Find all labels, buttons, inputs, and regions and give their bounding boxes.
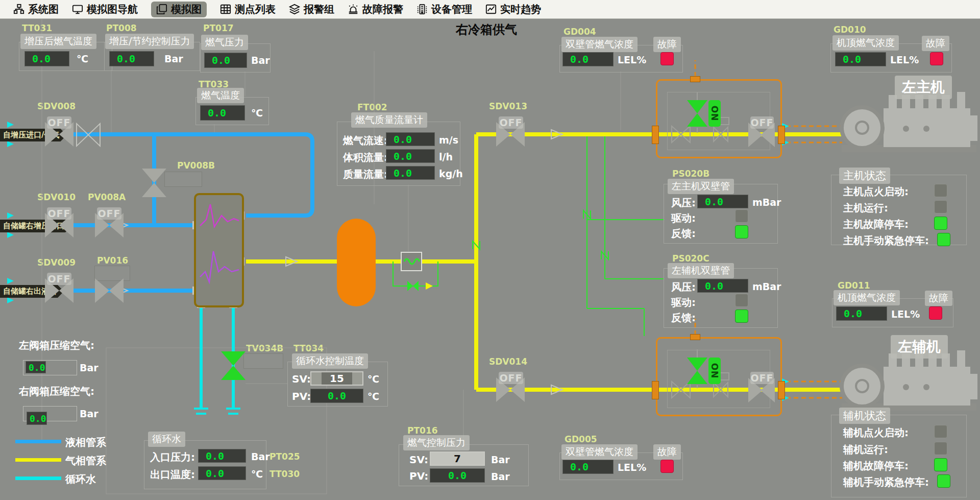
hmi-screen: 系统图 模拟图导航 模拟图 测点列表 报警组 故障报警 设备管理 实时趋势 [0,0,980,500]
legend-label: 气相管系 [65,454,106,468]
menu-item-alarm-group[interactable]: 报警组 [289,3,334,16]
status-row-indicator [937,474,950,488]
gd004-label: 双壁管燃气浓度 [561,37,638,52]
layers-icon [289,4,300,15]
status-row-indicator [937,233,950,246]
cw-row-unit: ℃ [251,468,263,480]
aux-unit-right-connector [778,381,785,399]
device-icon [416,4,428,15]
tt034-title: 循环水控制温度 [292,353,368,369]
gd010-unit: LEL% [890,54,919,65]
menu-item-point-list[interactable]: 测点列表 [220,3,276,16]
aux-engine-label: 左辅机 [891,335,948,359]
pt016-pv-value: 0.0 [430,468,485,483]
ps020b-title: 左主机双壁管 [668,179,734,194]
pv008b-valve[interactable] [142,169,166,197]
legend-swatch-gas [15,458,61,462]
sitemap-icon [13,4,24,15]
aux-unit-on-valve[interactable] [687,358,707,384]
pt017-label: 燃气压力 [201,35,248,50]
menu-item-system-diagram[interactable]: 系统图 [13,3,59,16]
aux-unit-top-connector [690,334,700,340]
main-unit-left-connector [652,126,659,144]
main-unit-off-state: OFF [750,116,774,129]
tv034b-indicator-box [243,353,283,369]
cw-row-label: 入口压力: [150,450,195,464]
menu-item-device-mgmt[interactable]: 设备管理 [416,3,472,16]
status-row-label: 主机运行: [843,201,888,215]
tt034-pv-unit: ℃ [368,391,379,402]
tt031-unit: ℃ [77,53,88,64]
main-engine-label: 左主机 [895,76,952,99]
aux-status-title: 辅机状态 [839,408,890,424]
tt033-value: 0.0 [200,105,245,121]
ft002-title: 燃气质量流量计 [351,112,427,128]
main-unit-on-valve[interactable] [687,100,707,127]
main-status-title: 主机状态 [839,168,890,184]
status-row-indicator [934,425,947,438]
status-row-indicator [934,184,947,197]
legend-label: 液相管系 [65,436,106,449]
status-row-label: 主机点火启动: [843,185,909,199]
ft002-row-value: 0.0 [386,132,435,146]
ps020b-feedback-label: 反馈: [671,227,696,241]
page-title: 右冷箱供气 [456,21,517,38]
sdv008-state: OFF [47,116,71,129]
ps020c-feedback-indicator [735,309,748,323]
trend-icon [485,4,497,15]
menu-item-fault-alarm[interactable]: 故障报警 [348,3,403,16]
menu-item-label: 设备管理 [431,3,472,16]
legend-swatch-liquid [15,440,61,443]
menu-item-label: 测点列表 [235,3,276,16]
tt031-value: 0.0 [24,51,69,66]
gd011-value: 0.0 [836,306,887,321]
status-row-label: 辅机故障停车: [843,459,909,473]
status-row-label: 辅机点火启动: [843,426,909,440]
cw-row-unit: Bar [251,451,270,462]
tv034b-valve[interactable] [221,351,246,380]
windows-icon [156,4,167,15]
ft002-row-label: 燃气流速: [343,134,388,148]
main-unit-right-connector [778,126,785,144]
pt017-unit: Bar [251,55,270,66]
cw-row-value: 0.0 [198,449,246,463]
air-left-label: 左阀箱压缩空气: [19,339,94,352]
ft002-row-unit: kg/h [439,168,463,179]
sdv013-state: OFF [499,116,523,129]
ps020c-title: 左辅机双壁管 [668,263,734,278]
pv016-valve[interactable] [95,278,124,303]
ft002-row-value: 0.0 [386,149,435,163]
sdv014-state: OFF [499,372,523,384]
menu-item-mimic-nav[interactable]: 模拟图导航 [72,3,138,16]
aux-unit-on-state: ON [708,358,721,384]
pv008b-indicator-box [164,172,202,187]
cooling-water-frame [144,440,266,489]
ps020b-unit: mBar [752,197,781,208]
gd011-label: 机顶燃气浓度 [834,290,900,305]
ps020c-unit: mBar [752,281,781,292]
menu-item-label: 模拟图 [171,3,202,16]
table-icon [220,4,231,15]
gd011-fault-label: 故障 [925,291,952,306]
ft002-row-unit: m/s [439,134,458,146]
tt034-pv-label: PV: [292,390,311,402]
menu-item-realtime-trend[interactable]: 实时趋势 [485,3,541,16]
tt034-sv-input[interactable]: 15 [310,371,363,386]
gd011-fault-indicator [929,306,942,320]
pt016-sv-input[interactable]: 7 [430,451,485,466]
tt034-sv-value: 15 [322,372,352,385]
tt034-sv-unit: ℃ [368,373,379,385]
cooling-water-title: 循环水 [148,432,185,447]
menu-item-label: 系统图 [28,3,59,16]
main-unit-top-connector [690,76,700,82]
menu-item-mimic-diagram[interactable]: 模拟图 [151,2,207,17]
ft002-row-label: 质量流量: [343,168,388,181]
ps020c-pressure-value: 0.0 [697,279,748,293]
ft002-row-unit: l/h [439,151,453,162]
menu-item-label: 报警组 [304,3,334,16]
pt016-sv-unit: Bar [491,454,510,465]
air-right-label: 右阀箱压缩空气: [19,385,94,398]
pt017-value: 0.0 [204,53,247,68]
status-row-indicator [934,217,947,230]
ps020c-feedback-label: 反馈: [671,311,696,325]
